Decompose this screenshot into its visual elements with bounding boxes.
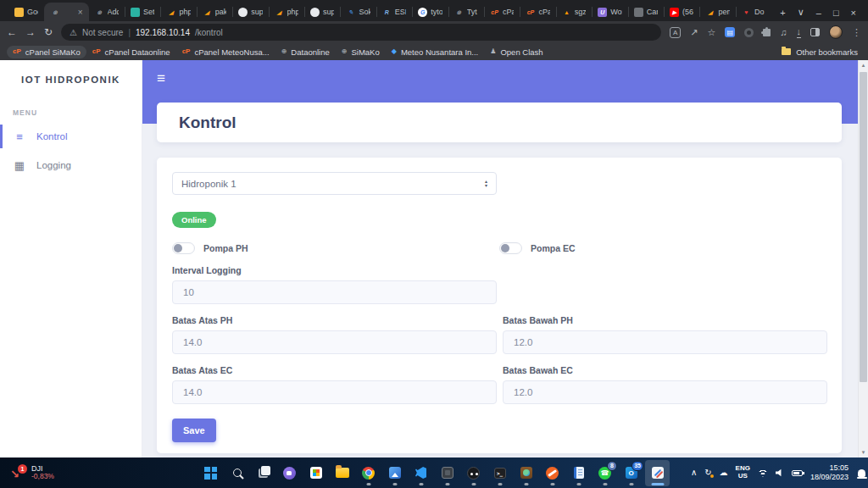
stock-widget[interactable]: ↘ 1 DJI -0,83%	[3, 458, 61, 488]
notes-app-icon[interactable]	[566, 460, 591, 486]
minimize-button[interactable]: –	[816, 8, 821, 18]
scroll-down-icon[interactable]: ▾	[859, 449, 868, 456]
tab-search-icon[interactable]: ∨	[798, 7, 804, 18]
new-tab-button[interactable]: +	[780, 8, 785, 18]
speaker-icon[interactable]	[776, 469, 784, 477]
browser-tab[interactable]: sup	[304, 3, 340, 21]
bookmark-item[interactable]: ♟ Open Clash	[484, 46, 548, 58]
bookmark-item[interactable]: ⊕ SiMaKo	[336, 46, 386, 58]
browser-tab[interactable]: ♥ Do	[736, 3, 771, 21]
browser-tab[interactable]: ◢ php	[160, 3, 196, 21]
browser-tab[interactable]: ⊕ ×	[44, 3, 88, 21]
start-icon[interactable]	[198, 460, 223, 486]
outlook-icon[interactable]: O 35	[619, 460, 643, 486]
education-app-icon[interactable]	[514, 460, 538, 486]
notification-bell-icon[interactable]	[858, 469, 865, 477]
sidebar-item[interactable]: ▦ Logging	[0, 151, 142, 180]
browser-tab[interactable]: ◢ php	[269, 3, 304, 21]
bookmark-item[interactable]: cP cPanel Dataonline	[86, 46, 176, 58]
browser-tab[interactable]: ✎ Sok	[340, 3, 376, 21]
save-button[interactable]: Save	[172, 419, 216, 442]
batas-atas-ph-label: Batas Atas PH	[172, 315, 497, 325]
clock[interactable]: 15:05 18/09/2023	[810, 463, 849, 483]
address-bar[interactable]: ⚠ Not secure | 192.168.10.14 /kontrol	[61, 24, 661, 41]
browser-tab[interactable]: cP cPa	[484, 3, 520, 21]
bookmark-item[interactable]: ◆ Meteo Nusantara In...	[386, 46, 485, 58]
browser-tab[interactable]: Goo	[8, 3, 44, 21]
browser-tab[interactable]: Can	[628, 3, 664, 21]
terminal-icon[interactable]: >_	[487, 460, 512, 486]
file-explorer-icon[interactable]	[330, 460, 354, 486]
scroll-up-icon[interactable]: ▴	[859, 62, 868, 69]
batas-atas-ec-input[interactable]	[172, 380, 497, 404]
batas-atas-ph-group: Batas Atas PH	[172, 315, 497, 354]
browser-tab[interactable]: cP cPa	[520, 3, 555, 21]
batas-bawah-ph-input[interactable]	[503, 330, 827, 354]
bookmark-favicon-icon: ♟	[490, 48, 496, 55]
scrollbar-thumb[interactable]	[860, 72, 867, 382]
browser-tab[interactable]: R ESP	[376, 3, 412, 21]
store-icon[interactable]	[303, 460, 328, 486]
forward-icon[interactable]: →	[25, 26, 36, 38]
snipping-tool-icon[interactable]	[645, 460, 670, 486]
share-icon[interactable]: ↗	[690, 27, 698, 38]
running-indicator	[392, 483, 397, 485]
profile-avatar[interactable]	[829, 25, 843, 39]
browser-tab[interactable]: ◢ pak	[197, 3, 232, 21]
browser-tab[interactable]: ◢ pen	[699, 3, 735, 21]
browser-tab[interactable]: sup	[232, 3, 268, 21]
device-select[interactable]: Hidroponik 1 ▴▾	[172, 172, 497, 195]
sync-icon[interactable]: ↻	[704, 469, 711, 477]
browser-tab[interactable]: G tyto	[412, 3, 448, 21]
reload-icon[interactable]: ↻	[44, 26, 53, 38]
browser-tab[interactable]: ⊕ Tyt	[448, 3, 484, 21]
chrome-icon[interactable]	[356, 460, 381, 486]
browser-tab[interactable]: Sett	[125, 3, 160, 21]
batas-bawah-ec-input[interactable]	[503, 380, 827, 404]
downloads-icon[interactable]: ↓	[797, 27, 802, 38]
bookmark-item[interactable]: ⊕ Dataonline	[275, 46, 336, 58]
side-panel-icon[interactable]	[810, 28, 820, 36]
tab-close-icon[interactable]: ×	[78, 8, 83, 17]
battery-icon[interactable]	[792, 470, 803, 476]
maximize-button[interactable]: □	[833, 8, 839, 18]
extension-blue-icon[interactable]: ▤	[725, 27, 735, 37]
search-icon[interactable]	[225, 460, 249, 486]
taskview-icon[interactable]	[251, 460, 275, 486]
page-scrollbar[interactable]: ▴ ▾	[858, 60, 868, 458]
chat-icon[interactable]	[277, 460, 302, 486]
other-bookmarks-button[interactable]: Other bookmarks	[776, 46, 861, 58]
bookmark-item[interactable]: cP cPanel SiMaKo	[7, 46, 86, 58]
language-switcher[interactable]: ENGUS	[736, 465, 750, 480]
wifi-icon[interactable]	[758, 469, 768, 477]
tray-chevron-icon[interactable]: ∧	[691, 469, 697, 477]
cloud-icon[interactable]: ☁	[720, 469, 728, 477]
playlist-icon[interactable]: ♫	[780, 27, 787, 37]
orange-slash-app-icon[interactable]	[540, 460, 565, 486]
browser-tab[interactable]: ▶ (56)	[664, 3, 699, 21]
pompa-ph-toggle[interactable]	[172, 242, 195, 254]
camera-extension-icon[interactable]	[744, 28, 754, 37]
kebab-menu-icon[interactable]: ⋮	[852, 27, 861, 38]
interval-logging-input[interactable]	[172, 280, 497, 304]
translate-icon[interactable]: A	[670, 27, 681, 38]
circuit-app-icon[interactable]	[435, 460, 459, 486]
bookmark-item[interactable]: cP cPanel MeteoNusa...	[176, 46, 275, 58]
pompa-ec-toggle[interactable]	[499, 242, 522, 254]
browser-tab[interactable]: ▲ sgz	[556, 3, 592, 21]
running-indicator	[366, 483, 370, 485]
browser-tab[interactable]: U Wor	[592, 3, 627, 21]
sidebar-item[interactable]: ≡ Kontrol	[0, 122, 142, 151]
close-button[interactable]: ×	[851, 8, 856, 18]
browser-tab[interactable]: ⊕ Add	[89, 3, 125, 21]
back-icon[interactable]: ←	[7, 26, 17, 38]
dark-app-icon[interactable]	[461, 460, 486, 486]
bookmark-star-icon[interactable]: ☆	[707, 27, 715, 38]
photos-icon[interactable]	[382, 460, 407, 486]
hamburger-menu-icon[interactable]: ≡	[157, 71, 165, 86]
vscode-icon[interactable]	[409, 460, 433, 486]
toggle-row: Pompa PH Pompa EC	[172, 242, 826, 254]
extensions-puzzle-icon[interactable]	[763, 29, 771, 36]
whatsapp-icon[interactable]: ☎ 8	[593, 460, 617, 486]
batas-atas-ph-input[interactable]	[172, 330, 497, 354]
